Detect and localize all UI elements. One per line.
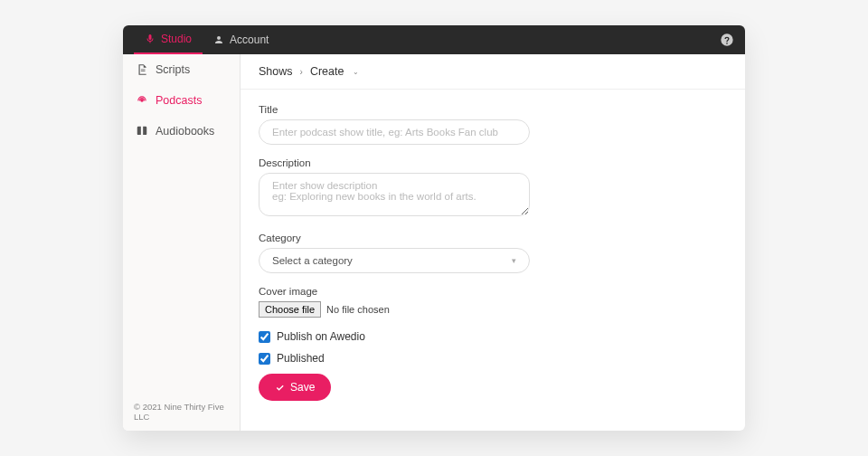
check-icon <box>275 383 285 393</box>
broadcast-icon <box>136 94 148 107</box>
file-status: No file chosen <box>326 304 390 315</box>
help-icon[interactable] <box>720 33 734 47</box>
main-content: Shows › Create ⌄ Title Description Categ… <box>241 54 745 431</box>
sidebar-item-podcasts[interactable]: Podcasts <box>123 85 240 116</box>
microphone-icon <box>145 33 156 44</box>
save-button[interactable]: Save <box>259 374 331 401</box>
published-label: Published <box>277 352 325 365</box>
field-publish-awedio: Publish on Awedio <box>259 330 727 343</box>
tab-account[interactable]: Account <box>203 25 279 54</box>
body: Scripts Podcasts Audiobooks © 2021 Nine … <box>123 54 745 431</box>
breadcrumb: Shows › Create ⌄ <box>241 54 745 90</box>
choose-file-button[interactable]: Choose file <box>259 301 321 318</box>
publish-awedio-label: Publish on Awedio <box>277 330 365 343</box>
tab-label: Studio <box>161 33 192 45</box>
svg-point-0 <box>141 100 143 101</box>
field-published: Published <box>259 352 727 365</box>
chevron-down-icon[interactable]: ⌄ <box>353 68 359 76</box>
sidebar-item-label: Audiobooks <box>156 125 214 138</box>
field-description: Description <box>259 157 727 220</box>
breadcrumb-current[interactable]: Create <box>310 65 344 78</box>
sidebar: Scripts Podcasts Audiobooks © 2021 Nine … <box>123 54 241 431</box>
breadcrumb-root[interactable]: Shows <box>259 65 293 78</box>
chevron-down-icon: ▾ <box>512 256 516 265</box>
category-select[interactable]: Select a category ▾ <box>259 248 530 273</box>
save-label: Save <box>290 381 315 394</box>
sidebar-item-audiobooks[interactable]: Audiobooks <box>123 116 240 147</box>
topbar: Studio Account <box>123 25 745 54</box>
tab-label: Account <box>230 33 269 46</box>
field-category: Category Select a category ▾ <box>259 233 727 273</box>
sidebar-item-scripts[interactable]: Scripts <box>123 54 240 85</box>
description-label: Description <box>259 157 727 168</box>
title-label: Title <box>259 104 727 115</box>
document-icon <box>136 63 148 76</box>
chevron-right-icon: › <box>300 67 303 77</box>
cover-label: Cover image <box>259 286 727 297</box>
create-form: Title Description Category Select a cate… <box>241 90 745 415</box>
publish-awedio-checkbox[interactable] <box>259 331 270 343</box>
app-window: Studio Account Scripts Podcasts Audioboo… <box>123 25 745 431</box>
book-icon <box>136 125 148 138</box>
person-icon <box>213 34 224 45</box>
footer-text: © 2021 Nine Thirty Five LLC <box>123 393 240 431</box>
published-checkbox[interactable] <box>259 353 270 365</box>
category-selected: Select a category <box>272 255 353 266</box>
category-label: Category <box>259 233 727 243</box>
description-input[interactable] <box>259 173 530 216</box>
title-input[interactable] <box>259 119 530 145</box>
sidebar-item-label: Podcasts <box>156 94 202 107</box>
tab-studio[interactable]: Studio <box>134 25 203 54</box>
field-title: Title <box>259 104 727 145</box>
sidebar-item-label: Scripts <box>156 63 190 76</box>
field-cover: Cover image Choose file No file chosen <box>259 286 727 318</box>
